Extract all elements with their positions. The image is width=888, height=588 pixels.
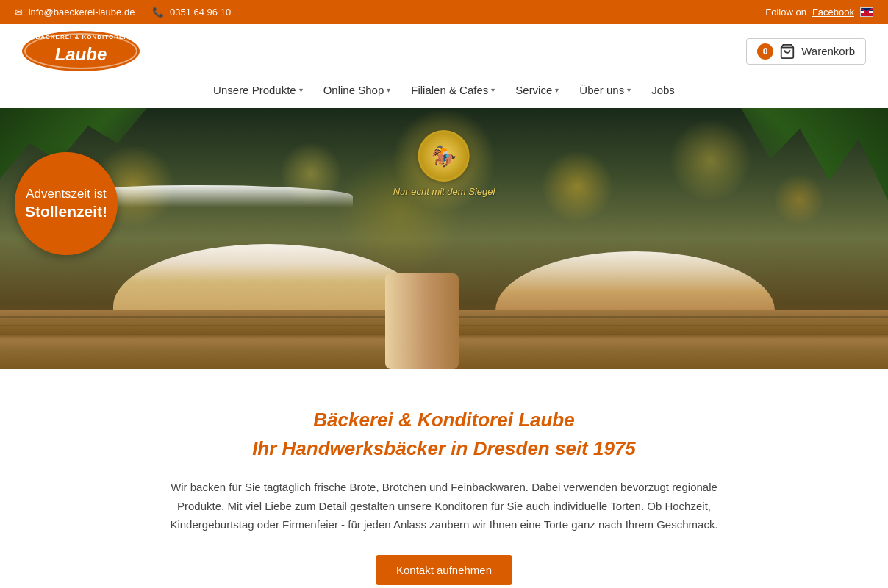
stollen-display: [0, 207, 888, 369]
cart-badge: 0: [757, 43, 773, 60]
seal-emblem-icon: 🏇: [418, 130, 470, 182]
navigation: Unsere Produkte ▾ Online Shop ▾ Filialen…: [0, 79, 888, 108]
nav-filialen-cafes[interactable]: Filialen & Cafes ▾: [402, 79, 504, 101]
main-title-line2: Ihr Handwerksbäcker in Dresden seit 1975: [252, 437, 636, 459]
badge-line1: Adventszeit ist: [26, 186, 107, 202]
top-bar-social: Follow on Facebook: [765, 7, 873, 18]
logo-oval: BÄCKEREI & KONDITOREI Laube: [22, 31, 140, 71]
badge-line2: Stollenzeit!: [25, 202, 107, 220]
cart-area: 0 Warenkorb: [746, 38, 866, 65]
chevron-down-icon: ▾: [387, 86, 390, 94]
logo-subtitle: BÄCKEREI & KONDITOREI: [22, 34, 140, 40]
chevron-down-icon: ▾: [555, 86, 559, 94]
email-text: info@baeckerei-laube.de: [29, 7, 135, 18]
top-bar-contacts: ✉ info@baeckerei-laube.de 📞 0351 64 96 1…: [15, 7, 231, 18]
nav-label: Jobs: [651, 84, 675, 96]
gold-seal: 🏇 Nur echt mit dem Siegel: [393, 130, 495, 197]
main-content: Bäckerei & Konditorei Laube Ihr Handwerk…: [150, 369, 738, 588]
cart-label: Warenkorb: [801, 45, 855, 57]
stollen-slice-center: [385, 273, 459, 369]
hero-section: Adventszeit ist Stollenzeit! 🏇 Nur echt …: [0, 108, 888, 369]
phone-text: 0351 64 96 10: [170, 7, 231, 18]
chevron-down-icon: ▾: [627, 86, 631, 94]
nav-ueber-uns[interactable]: Über uns ▾: [570, 79, 640, 101]
nav-jobs[interactable]: Jobs: [642, 79, 684, 101]
contact-button[interactable]: Kontakt aufnehmen: [376, 555, 512, 585]
nav-label: Service: [515, 84, 552, 96]
nav-online-shop[interactable]: Online Shop ▾: [315, 79, 400, 101]
chevron-down-icon: ▾: [491, 86, 495, 94]
nav-label: Unsere Produkte: [213, 84, 296, 96]
top-bar: ✉ info@baeckerei-laube.de 📞 0351 64 96 1…: [0, 0, 888, 24]
nav-label: Online Shop: [323, 84, 384, 96]
facebook-link[interactable]: Facebook: [812, 7, 854, 18]
nav-label: Über uns: [579, 84, 624, 96]
main-description: Wir backen für Sie tagtäglich frische Br…: [165, 478, 723, 534]
nav-unsere-produkte[interactable]: Unsere Produkte ▾: [204, 79, 312, 101]
email-link[interactable]: ✉ info@baeckerei-laube.de: [15, 7, 135, 18]
seal-text: Nur echt mit dem Siegel: [393, 186, 495, 197]
main-title: Bäckerei & Konditorei Laube Ihr Handwerk…: [165, 406, 723, 463]
logo-area[interactable]: BÄCKEREI & KONDITOREI Laube: [22, 31, 140, 71]
logo-name: Laube: [55, 44, 107, 65]
main-title-line1: Bäckerei & Konditorei Laube: [313, 409, 574, 431]
uk-flag-icon[interactable]: [860, 7, 873, 17]
follow-text: Follow on: [765, 7, 806, 18]
nav-service[interactable]: Service ▾: [506, 79, 567, 101]
advent-badge: Adventszeit ist Stollenzeit!: [15, 152, 118, 255]
phone-icon: 📞: [152, 7, 164, 18]
nav-label: Filialen & Cafes: [411, 84, 488, 96]
cart-icon: [779, 43, 795, 60]
cart-button[interactable]: 0 Warenkorb: [746, 38, 866, 65]
email-icon: ✉: [15, 7, 23, 18]
phone-link[interactable]: 📞 0351 64 96 10: [152, 7, 231, 18]
chevron-down-icon: ▾: [299, 86, 303, 94]
header: BÄCKEREI & KONDITOREI Laube 0 Warenkorb: [0, 24, 888, 79]
